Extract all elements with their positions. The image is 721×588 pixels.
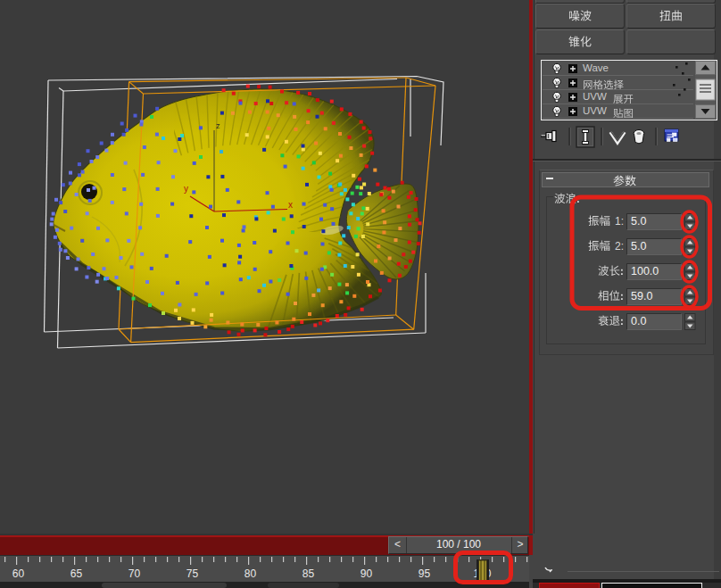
svg-text:x: x — [288, 200, 293, 210]
svg-text:70: 70 — [128, 567, 141, 580]
svg-text:z: z — [216, 121, 220, 130]
svg-text:60: 60 — [12, 567, 25, 580]
svg-text:80: 80 — [244, 567, 257, 580]
svg-text:65: 65 — [70, 567, 83, 580]
svg-text:75: 75 — [186, 567, 199, 580]
svg-text:85: 85 — [302, 567, 315, 580]
svg-text:90: 90 — [360, 567, 373, 580]
svg-text:y: y — [184, 184, 188, 194]
svg-text:95: 95 — [419, 567, 431, 580]
